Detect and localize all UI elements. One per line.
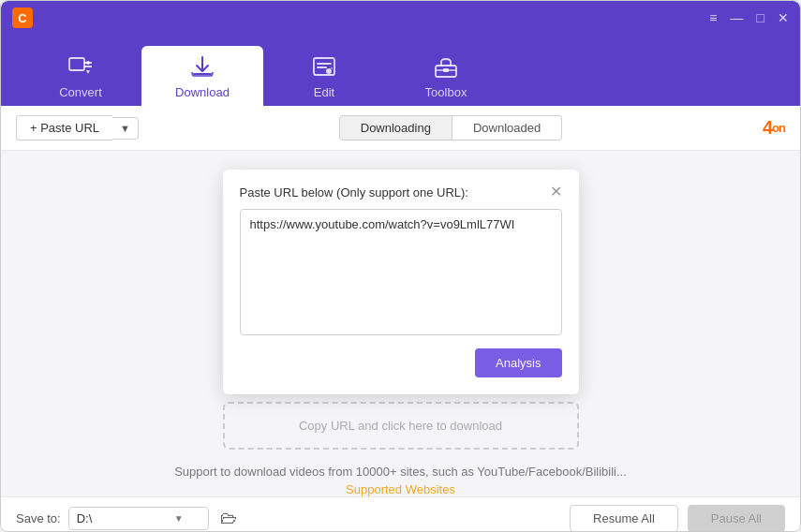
content-area: Paste URL below (Only support one URL): … bbox=[1, 151, 800, 496]
footer: Save to: ▼ 🗁 Resume All Pause All bbox=[1, 496, 800, 532]
main-content: + Paste URL ▼ Downloading Downloaded 4on… bbox=[1, 106, 800, 532]
tab-convert-label: Convert bbox=[59, 85, 102, 99]
tab-download[interactable]: Download bbox=[141, 46, 263, 106]
svg-rect-0 bbox=[69, 58, 84, 70]
title-bar: C ≡ — □ ✕ bbox=[1, 1, 800, 35]
paste-url-button[interactable]: + Paste URL bbox=[16, 115, 112, 140]
paste-url-dropdown-button[interactable]: ▼ bbox=[112, 117, 139, 140]
url-dialog: Paste URL below (Only support one URL): … bbox=[223, 170, 579, 394]
svg-rect-5 bbox=[443, 68, 449, 72]
resume-all-button[interactable]: Resume All bbox=[570, 505, 678, 532]
supported-websites-link[interactable]: Supported Websites bbox=[346, 482, 455, 496]
toolbar: + Paste URL ▼ Downloading Downloaded 4on bbox=[1, 106, 800, 151]
toolbox-icon bbox=[433, 53, 459, 80]
svg-point-3 bbox=[326, 68, 332, 74]
tab-edit[interactable]: Edit bbox=[263, 46, 385, 106]
drop-zone[interactable]: Copy URL and click here to download bbox=[223, 402, 579, 450]
edit-icon bbox=[311, 53, 337, 80]
window-controls: ≡ — □ ✕ bbox=[709, 11, 789, 24]
footer-buttons: Resume All Pause All bbox=[570, 505, 785, 532]
4k-logo: 4on bbox=[763, 117, 785, 139]
tab-edit-label: Edit bbox=[314, 85, 334, 99]
save-to-group: Save to: ▼ 🗁 bbox=[16, 507, 237, 530]
tab-download-label: Download bbox=[175, 85, 230, 99]
downloading-tab[interactable]: Downloading bbox=[339, 115, 452, 140]
convert-icon bbox=[67, 53, 94, 80]
app-logo: C bbox=[12, 7, 33, 28]
paste-url-group: + Paste URL ▼ bbox=[16, 115, 139, 140]
nav-bar: Convert Download Edit Toolbox bbox=[1, 35, 800, 106]
close-button[interactable]: ✕ bbox=[778, 11, 789, 24]
drop-zone-text: Copy URL and click here to download bbox=[299, 419, 502, 433]
support-text: Support to download videos from 10000+ s… bbox=[174, 465, 627, 479]
dialog-title: Paste URL below (Only support one URL): bbox=[240, 185, 468, 200]
save-to-label: Save to: bbox=[16, 511, 61, 525]
svg-point-1 bbox=[86, 61, 90, 65]
dialog-close-button[interactable]: ✕ bbox=[550, 185, 562, 200]
paste-url-label: + Paste URL bbox=[30, 121, 99, 135]
dialog-header: Paste URL below (Only support one URL): … bbox=[240, 185, 562, 200]
save-to-path-input[interactable] bbox=[77, 511, 171, 525]
minimize-button[interactable]: — bbox=[731, 11, 744, 24]
dropdown-arrow-icon: ▼ bbox=[120, 123, 130, 134]
downloaded-tab[interactable]: Downloaded bbox=[452, 115, 562, 140]
tab-toolbox[interactable]: Toolbox bbox=[385, 46, 507, 106]
save-to-input-wrap: ▼ bbox=[68, 507, 209, 530]
tab-convert[interactable]: Convert bbox=[20, 46, 141, 106]
download-tab-group: Downloading Downloaded bbox=[339, 115, 562, 140]
menu-icon[interactable]: ≡ bbox=[709, 11, 717, 24]
analysis-button[interactable]: Analysis bbox=[475, 348, 561, 377]
maximize-button[interactable]: □ bbox=[757, 11, 764, 24]
pause-all-button: Pause All bbox=[688, 505, 785, 532]
save-to-dropdown-arrow[interactable]: ▼ bbox=[174, 513, 184, 524]
download-icon bbox=[189, 53, 215, 80]
tab-toolbox-label: Toolbox bbox=[425, 85, 467, 99]
url-input[interactable] bbox=[240, 209, 562, 335]
folder-browse-icon[interactable]: 🗁 bbox=[220, 509, 237, 528]
